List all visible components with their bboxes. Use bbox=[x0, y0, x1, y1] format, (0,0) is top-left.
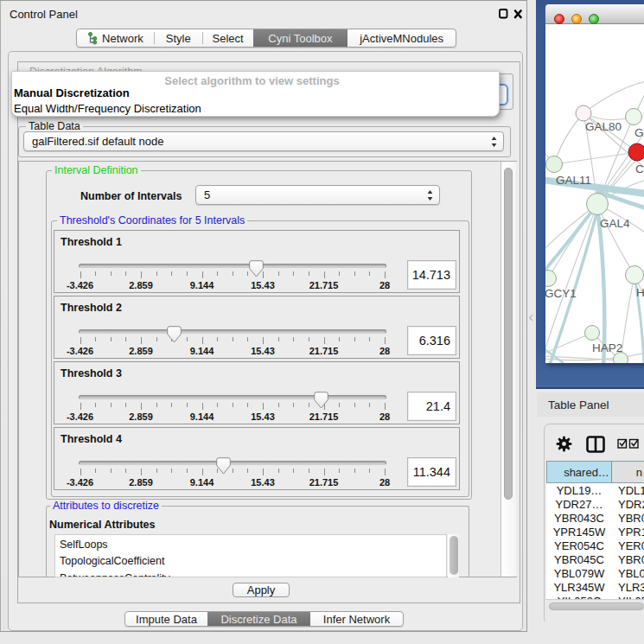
svg-text:GCY1: GCY1 bbox=[545, 287, 577, 300]
svg-text:GAL80: GAL80 bbox=[585, 120, 622, 133]
svg-text:GAL4: GAL4 bbox=[600, 217, 630, 230]
svg-text:GAL11: GAL11 bbox=[556, 174, 591, 187]
svg-text:H: H bbox=[636, 286, 644, 299]
svg-text:HAP2: HAP2 bbox=[592, 341, 622, 354]
svg-text:GA: GA bbox=[634, 126, 644, 139]
svg-text:C: C bbox=[635, 163, 644, 175]
